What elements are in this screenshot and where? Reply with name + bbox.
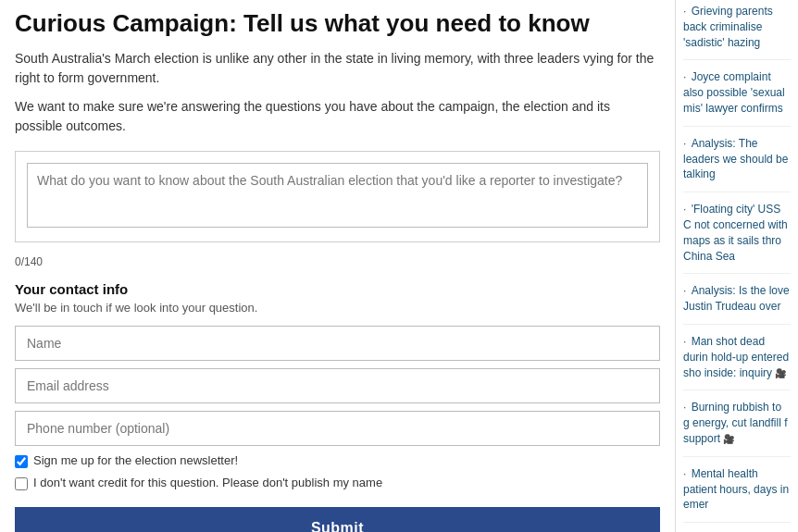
credit-checkbox[interactable]: [15, 477, 28, 490]
bullet-icon: ·: [683, 203, 690, 216]
media-icon: 🎥: [775, 368, 786, 378]
sidebar-item: · Joyce complaint also possible 'sexual …: [683, 69, 791, 126]
credit-checkbox-row: I don't want credit for this question. P…: [15, 476, 660, 490]
newsletter-checkbox-label: Sign me up for the election newsletter!: [33, 453, 238, 467]
bullet-icon: ·: [683, 5, 690, 18]
sidebar: · Grieving parents back criminalise 'sad…: [676, 0, 798, 532]
sidebar-item: · Grieving parents back criminalise 'sad…: [683, 4, 791, 60]
sidebar-item: · Analysis: The leaders we should be tal…: [683, 136, 791, 192]
sidebar-item: · 'Floating city' USS C not concerned wi…: [683, 202, 791, 274]
bullet-icon: ·: [683, 335, 690, 348]
phone-input[interactable]: [15, 411, 660, 446]
bullet-icon: ·: [683, 137, 690, 150]
sidebar-item: · Man shot dead durin hold-up entered sh…: [683, 334, 791, 390]
newsletter-checkbox[interactable]: [15, 455, 28, 468]
sidebar-link[interactable]: · Grieving parents back criminalise 'sad…: [683, 4, 791, 50]
intro-paragraph-1: South Australia's March election is unli…: [15, 49, 660, 88]
bullet-icon: ·: [683, 70, 690, 83]
sidebar-item: · Burning rubbish to g energy, cut landf…: [683, 400, 791, 456]
intro-paragraph-2: We want to make sure we're answering the…: [15, 97, 660, 136]
contact-subtext: We'll be in touch if we look into your q…: [15, 301, 660, 315]
contact-heading: Your contact info: [15, 281, 660, 297]
bullet-icon: ·: [683, 284, 690, 297]
media-icon: 🎥: [723, 434, 734, 444]
bullet-icon: ·: [683, 401, 690, 414]
email-input[interactable]: [15, 368, 660, 403]
sidebar-link[interactable]: · Analysis: Is the love Justin Trudeau o…: [683, 283, 791, 315]
bullet-icon: ·: [683, 467, 690, 480]
char-count: 0/140: [15, 255, 660, 268]
sidebar-link[interactable]: · Joyce complaint also possible 'sexual …: [683, 69, 791, 116]
submit-button[interactable]: Submit: [15, 507, 660, 532]
question-textarea[interactable]: [27, 163, 648, 228]
question-form-box: [15, 151, 660, 242]
main-content: Curious Campaign: Tell us what you need …: [0, 0, 676, 532]
sidebar-link[interactable]: · 'Floating city' USS C not concerned wi…: [683, 202, 791, 264]
sidebar-link[interactable]: · Man shot dead durin hold-up entered sh…: [683, 334, 791, 380]
name-input[interactable]: [15, 326, 660, 361]
sidebar-link[interactable]: · Analysis: The leaders we should be tal…: [683, 136, 791, 182]
sidebar-link[interactable]: · Burning rubbish to g energy, cut landf…: [683, 400, 791, 446]
credit-checkbox-label: I don't want credit for this question. P…: [33, 476, 382, 489]
sidebar-link[interactable]: · Mental health patient hours, days in e…: [683, 466, 791, 513]
page-title: Curious Campaign: Tell us what you need …: [15, 9, 660, 38]
sidebar-item: · Mental health patient hours, days in e…: [683, 466, 791, 523]
newsletter-checkbox-row: Sign me up for the election newsletter!: [15, 453, 660, 468]
sidebar-item: · Analysis: Is the love Justin Trudeau o…: [683, 283, 791, 325]
